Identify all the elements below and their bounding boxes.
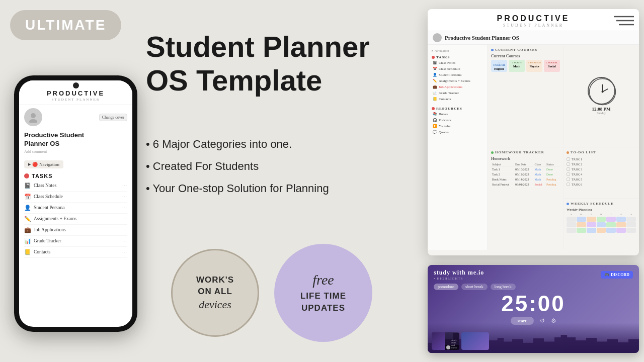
bullet-item-1: 6 Major Categories into one. bbox=[146, 133, 397, 155]
phone-tasks-header: TASKS bbox=[19, 170, 132, 180]
tasks-label: TASKS bbox=[32, 173, 52, 179]
hw-panel-title: HOMEWORK TRACKER bbox=[491, 150, 560, 154]
sidebar-item-youtube[interactable]: ▶️ Youtube bbox=[430, 123, 486, 129]
sidebar-item-assignments[interactable]: ✏️ Assignments + Events bbox=[430, 78, 486, 84]
todo-item[interactable]: TASK 5 bbox=[567, 176, 636, 182]
task-more-icon[interactable]: ··· bbox=[122, 238, 127, 243]
change-cover-btn[interactable]: Change cover bbox=[99, 114, 127, 121]
thumb1-text: study, chill, and music - Phone ♦ bbox=[451, 339, 458, 350]
phone-title-area: Productive StudentPlanner OS Add comment bbox=[19, 129, 132, 157]
task-more-icon[interactable]: ··· bbox=[122, 183, 127, 188]
sidebar-item-class-notes[interactable]: 📓 Class Notes bbox=[430, 60, 486, 66]
task-label: Class Notes bbox=[34, 183, 56, 188]
task-item-left: 📅 Class Schedule bbox=[24, 194, 63, 200]
course-physics[interactable]: + PHYSICS Physics bbox=[526, 60, 542, 72]
tab-pomodoro[interactable]: pomodoro bbox=[434, 284, 458, 290]
video-thumb-1[interactable]: study, chill, and music - Phone ♦ bbox=[432, 332, 459, 350]
svg-point-1 bbox=[29, 119, 37, 123]
todo-checkbox[interactable] bbox=[567, 167, 570, 171]
courses-panel-title: CURRENT COURSES bbox=[491, 48, 560, 52]
sidebar-item-grade-tracker[interactable]: 📊 Grade Tracker bbox=[430, 90, 486, 96]
task-label: Contacts bbox=[34, 249, 50, 254]
hw-table-row: Book Notes 05/14/2023 Math Pending bbox=[491, 177, 560, 182]
bullet-item-3: Your One-stop Solution for Planning bbox=[146, 177, 397, 200]
course-english[interactable]: + ENGLISH English bbox=[491, 60, 507, 72]
courses-dot bbox=[491, 49, 494, 51]
todo-checkbox[interactable] bbox=[567, 162, 570, 166]
todo-item[interactable]: TASK 1 bbox=[567, 156, 636, 161]
task-item[interactable]: 👤 Student Persona ··· bbox=[24, 203, 127, 214]
weekly-panel-title: WEEKLY SCHEDULE bbox=[567, 202, 636, 206]
sidebar-item-quotes[interactable]: 💬 Quotes bbox=[430, 129, 486, 135]
dm-top-row: CURRENT COURSES Current Courses + ENGLIS… bbox=[488, 45, 639, 147]
timer-settings-icon[interactable]: ⚙ bbox=[551, 317, 556, 325]
dm-bottom-row: HOMEWORK TRACKER Homework Subject Due Da… bbox=[488, 147, 639, 250]
todo-item[interactable]: TASK 4 bbox=[567, 171, 636, 176]
discord-badge[interactable]: 🎮 DISCORD bbox=[601, 271, 633, 279]
todo-item[interactable]: TASK 6 bbox=[567, 182, 636, 187]
thumb1-play-icon bbox=[446, 345, 450, 349]
free-line1: free bbox=[312, 272, 334, 288]
todo-dot bbox=[567, 151, 569, 154]
task-item-left: 👤 Student Persona bbox=[24, 205, 64, 211]
sidebar-item-student-persona[interactable]: 👤 Student Persona bbox=[430, 72, 486, 78]
task-more-icon[interactable]: ··· bbox=[122, 249, 127, 254]
works-line2: ON ALL bbox=[198, 286, 232, 297]
ds-tasks-header: TASKS bbox=[430, 54, 486, 60]
desktop-content: ▸ Navigation TASKS 📓 Class Notes 📅 Class… bbox=[428, 45, 639, 250]
desktop-body: Productive Student Planner OS ▸ Navigati… bbox=[428, 31, 639, 250]
tab-long-break[interactable]: long break bbox=[491, 284, 516, 290]
clock-panel: 12:08 PM Sunday bbox=[564, 45, 639, 147]
todo-panel-title: TO-DO LIST bbox=[567, 150, 636, 154]
sidebar-item-job-applications[interactable]: 💼 Job Applications bbox=[430, 84, 486, 90]
todo-checkbox[interactable] bbox=[567, 177, 570, 181]
course-math[interactable]: + MATH Math bbox=[509, 60, 525, 72]
task-item[interactable]: 📊 Grade Tracker ··· bbox=[24, 236, 127, 247]
desktop-top-bar: Productive Student Planner OS bbox=[428, 31, 639, 45]
clock-day: Sunday bbox=[597, 112, 606, 115]
task-emoji: 👤 bbox=[24, 205, 31, 211]
todo-checkbox[interactable] bbox=[567, 183, 570, 186]
task-item-left: 📊 Grade Tracker bbox=[24, 238, 61, 244]
weekly-subtitle: Weekly Planning bbox=[567, 208, 636, 212]
free-line3: UPDATES bbox=[301, 302, 345, 314]
task-item-left: 📓 Class Notes bbox=[24, 183, 56, 189]
task-more-icon[interactable]: ··· bbox=[122, 194, 127, 199]
todo-item[interactable]: TASK 2 bbox=[567, 161, 636, 166]
sidebar-item-podcasts[interactable]: 🎧 Podcasts bbox=[430, 117, 486, 123]
todo-item[interactable]: TASK 3 bbox=[567, 166, 636, 171]
phone-page-title: Productive StudentPlanner OS bbox=[24, 131, 127, 148]
todo-checkbox[interactable] bbox=[567, 172, 570, 176]
works-circle: WORK'S ON ALL devices bbox=[171, 249, 259, 337]
task-emoji: 📓 bbox=[24, 183, 31, 189]
task-item[interactable]: 📒 Contacts ··· bbox=[24, 247, 127, 258]
todo-checkbox[interactable] bbox=[567, 157, 570, 161]
current-courses-panel: CURRENT COURSES Current Courses + ENGLIS… bbox=[488, 45, 564, 147]
phone-task-list: 📓 Class Notes ··· 📅 Class Schedule ··· 👤 bbox=[19, 180, 132, 327]
ultimate-badge: ULTIMATE bbox=[10, 10, 121, 40]
task-item[interactable]: 📅 Class Schedule ··· bbox=[24, 192, 127, 203]
add-comment[interactable]: Add comment bbox=[24, 149, 127, 154]
task-more-icon[interactable]: ··· bbox=[122, 216, 127, 221]
tab-short-break[interactable]: short break bbox=[461, 284, 488, 290]
sidebar-item-class-schedule[interactable]: 📅 Class Schedule bbox=[430, 66, 486, 72]
phone-notch bbox=[73, 82, 79, 88]
task-more-icon[interactable]: ··· bbox=[122, 227, 127, 232]
task-item[interactable]: ✏️ Assignments + Exams ··· bbox=[24, 214, 127, 225]
phone-frame: PRODUCTIVE STUDENT PLANNER Change cover … bbox=[14, 75, 137, 332]
task-item[interactable]: 📓 Class Notes ··· bbox=[24, 180, 127, 192]
video-thumb-2[interactable] bbox=[461, 332, 489, 350]
task-item[interactable]: 💼 Job Applications ··· bbox=[24, 225, 127, 236]
hw-table-header: Subject Due Date Class Status bbox=[491, 162, 560, 167]
avatar bbox=[24, 108, 42, 126]
ds-resources-dot bbox=[432, 107, 435, 110]
nav-button[interactable]: ▶ 🔴 Navigation bbox=[24, 160, 63, 168]
task-emoji: 💼 bbox=[24, 227, 31, 233]
timer-refresh-icon[interactable]: ↺ bbox=[540, 317, 545, 325]
task-more-icon[interactable]: ··· bbox=[122, 205, 127, 210]
timer-start-button[interactable]: start bbox=[511, 317, 534, 325]
week-col-sun: S bbox=[567, 213, 576, 233]
sidebar-item-books[interactable]: 📚 Books bbox=[430, 111, 486, 117]
course-social[interactable]: + SOCIAL Social bbox=[544, 60, 560, 72]
sidebar-item-contacts[interactable]: 📒 Contacts bbox=[430, 96, 486, 102]
